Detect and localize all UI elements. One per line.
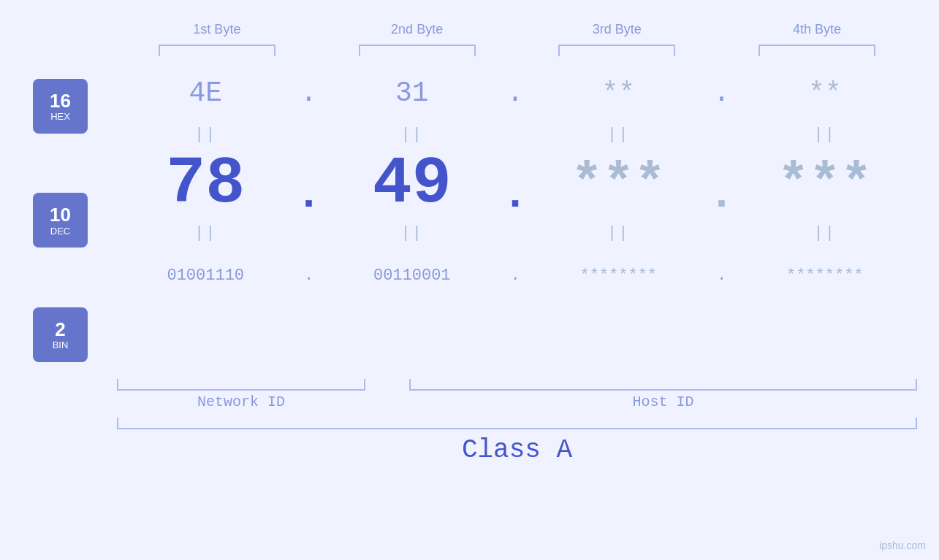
class-bottom-bracket bbox=[117, 418, 917, 429]
eq-cell-3: || bbox=[526, 126, 711, 144]
eq2-cell-1: || bbox=[113, 224, 298, 242]
bin-dot-icon-3: . bbox=[717, 266, 726, 285]
dec-value-2: 49 bbox=[373, 147, 452, 221]
bracket-cell-2 bbox=[317, 45, 517, 56]
hex-badge-num: 16 bbox=[50, 91, 71, 112]
bin-dot-2: . bbox=[504, 266, 526, 285]
host-bottom-bracket bbox=[409, 379, 917, 391]
hex-value-3: ** bbox=[601, 77, 635, 109]
bin-dot-3: . bbox=[711, 266, 733, 285]
bottom-annotation: Network ID Host ID bbox=[0, 379, 939, 410]
bin-cell-2: 00110001 bbox=[320, 266, 505, 285]
bin-value-1: 01001110 bbox=[167, 266, 244, 285]
eq-cell-1: || bbox=[113, 126, 298, 144]
watermark: ipshu.com bbox=[879, 540, 926, 551]
byte-header-4: 4th Byte bbox=[717, 22, 917, 37]
dec-cell-2: 49 bbox=[320, 147, 505, 221]
hex-value-2: 31 bbox=[395, 77, 429, 109]
hex-cell-3: ** bbox=[526, 77, 711, 109]
hex-cell-1: 4E bbox=[113, 77, 298, 109]
byte-header-1: 1st Byte bbox=[117, 22, 317, 37]
hex-dot-3: . bbox=[711, 77, 733, 109]
bin-cell-4: ******** bbox=[733, 266, 918, 285]
equals-row-2: || || || || bbox=[113, 220, 917, 246]
bin-badge-label: BIN bbox=[53, 340, 69, 350]
network-bottom-bracket bbox=[117, 379, 365, 391]
bin-cell-3: ******** bbox=[526, 266, 711, 285]
dec-badge: 10 DEC bbox=[33, 193, 88, 248]
hex-badge-label: HEX bbox=[50, 111, 70, 122]
eq-cell-2: || bbox=[320, 126, 505, 144]
byte-headers-row: 1st Byte 2nd Byte 3rd Byte 4th Byte bbox=[0, 22, 939, 37]
equals-symbol-8: || bbox=[814, 224, 836, 242]
dec-dot-2: . bbox=[504, 151, 526, 217]
dec-cell-1: 78 bbox=[113, 147, 298, 221]
dec-badge-num: 10 bbox=[50, 204, 71, 226]
bin-badge: 2 BIN bbox=[33, 307, 88, 362]
dec-dot-1: . bbox=[298, 151, 320, 217]
bin-dot-icon-1: . bbox=[304, 266, 313, 285]
bin-value-2: 00110001 bbox=[373, 266, 451, 285]
top-bracket-1 bbox=[159, 45, 275, 56]
equals-symbol-4: || bbox=[814, 126, 836, 144]
byte-header-2: 2nd Byte bbox=[317, 22, 517, 37]
class-a-label: Class A bbox=[462, 435, 572, 465]
network-bracket-line bbox=[117, 379, 365, 391]
dec-dot-icon-2: . bbox=[502, 151, 528, 217]
eq2-cell-2: || bbox=[320, 224, 505, 242]
hex-dot-icon-1: . bbox=[300, 77, 317, 109]
bin-row: 01001110 . 00110001 . ******** . bbox=[113, 246, 917, 304]
bin-dot-icon-2: . bbox=[510, 266, 520, 285]
dec-value-1: 78 bbox=[166, 147, 245, 221]
badges-column: 16 HEX 10 DEC 2 BIN bbox=[33, 64, 113, 377]
dec-badge-label: DEC bbox=[50, 226, 70, 237]
network-id-label: Network ID bbox=[197, 394, 285, 410]
eq-cell-4: || bbox=[733, 126, 918, 144]
dec-cell-4: *** bbox=[733, 154, 918, 214]
equals-symbol-3: || bbox=[607, 126, 629, 144]
hex-cell-4: ** bbox=[733, 77, 918, 109]
equals-symbol-2: || bbox=[401, 126, 423, 144]
dec-value-4: *** bbox=[778, 154, 873, 214]
hex-row: 4E . 31 . ** . ** bbox=[113, 64, 917, 122]
eq2-cell-3: || bbox=[526, 224, 711, 242]
bottom-brackets-container: Network ID Host ID bbox=[117, 379, 917, 410]
hex-dot-1: . bbox=[298, 77, 320, 109]
dec-row: 78 . 49 . *** . *** bbox=[113, 147, 917, 220]
bracket-cell-4 bbox=[717, 45, 917, 56]
data-area: 4E . 31 . ** . ** bbox=[113, 64, 917, 304]
bracket-cell-1 bbox=[117, 45, 317, 56]
top-brackets-row bbox=[0, 45, 939, 56]
main-container: 1st Byte 2nd Byte 3rd Byte 4th Byte 16 H… bbox=[0, 0, 939, 560]
host-id-section: Host ID bbox=[409, 379, 917, 410]
top-bracket-4 bbox=[759, 45, 875, 56]
hex-dot-icon-3: . bbox=[713, 77, 730, 109]
bin-value-3: ******** bbox=[579, 266, 657, 285]
host-bracket-line bbox=[409, 379, 917, 391]
equals-symbol-5: || bbox=[194, 224, 216, 242]
hex-value-4: ** bbox=[808, 77, 842, 109]
class-label-container: Class A bbox=[117, 435, 917, 465]
bin-dot-1: . bbox=[298, 266, 320, 285]
hex-dot-2: . bbox=[504, 77, 526, 109]
equals-symbol-7: || bbox=[607, 224, 629, 242]
hex-value-1: 4E bbox=[189, 77, 222, 109]
top-bracket-3 bbox=[558, 45, 675, 56]
equals-symbol-1: || bbox=[194, 126, 216, 144]
class-a-section: Class A bbox=[0, 418, 939, 465]
top-bracket-2 bbox=[359, 45, 476, 56]
dec-cell-3: *** bbox=[526, 154, 711, 214]
equals-symbol-6: || bbox=[401, 224, 423, 242]
dec-dot-3: . bbox=[711, 151, 733, 217]
dec-dot-icon-1: . bbox=[296, 151, 322, 217]
bin-badge-num: 2 bbox=[55, 319, 65, 340]
hex-dot-icon-2: . bbox=[507, 77, 524, 109]
eq2-cell-4: || bbox=[733, 224, 918, 242]
host-id-label: Host ID bbox=[632, 394, 693, 410]
bin-value-4: ******** bbox=[786, 266, 864, 285]
dec-dot-icon-3: . bbox=[709, 151, 735, 217]
dec-value-3: *** bbox=[571, 154, 666, 214]
hex-badge: 16 HEX bbox=[33, 79, 88, 134]
bracket-cell-3 bbox=[517, 45, 718, 56]
hex-cell-2: 31 bbox=[320, 77, 505, 109]
